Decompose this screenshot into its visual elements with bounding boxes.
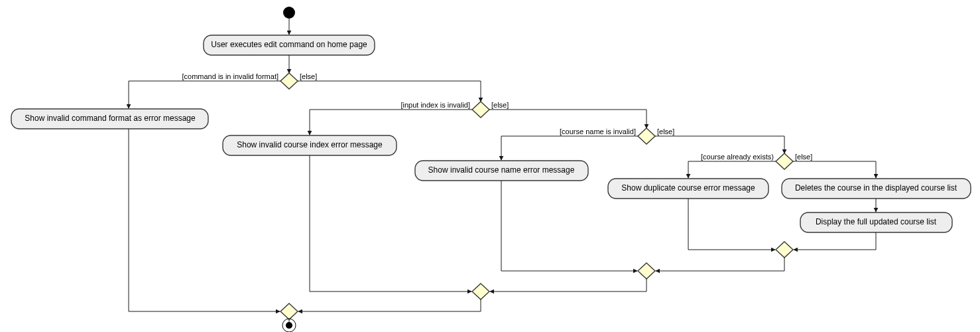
- merge-2: [472, 284, 489, 299]
- edge-d3-left: [501, 136, 638, 160]
- edge-dup-to-m4: [688, 199, 775, 250]
- decision-2: [472, 102, 489, 118]
- merge-4: [776, 242, 793, 258]
- edge-d2-left: [310, 110, 472, 135]
- decision-4: [776, 153, 793, 169]
- guard-d2-left: [input index is invalid]: [400, 101, 470, 109]
- edge-m2-to-m1: [298, 299, 481, 311]
- merge-3: [638, 263, 655, 279]
- guard-d3-right: [else]: [657, 127, 674, 135]
- action-delete-course-label: Deletes the course in the displayed cour…: [795, 183, 957, 193]
- decision-1: [280, 73, 298, 89]
- edge-disp-to-m4: [794, 232, 876, 250]
- edge-d2-right: [489, 110, 646, 128]
- action-display-list-label: Display the full updated course list: [816, 217, 937, 226]
- edge-d3-right: [655, 136, 784, 153]
- edge-d4-left: [688, 161, 776, 178]
- activity-diagram: User executes edit command on home page …: [0, 0, 980, 332]
- edge-m4-to-m3: [656, 258, 784, 271]
- initial-node: [283, 7, 295, 19]
- merge-1: [280, 303, 298, 319]
- action-start-label: User executes edit command on home page: [211, 40, 367, 49]
- guard-d1-left: [command is in invalid format]: [182, 72, 279, 80]
- final-node-inner: [286, 322, 292, 329]
- edge-d4-right: [793, 161, 876, 178]
- guard-d2-right: [else]: [491, 101, 509, 109]
- decision-3: [638, 128, 655, 144]
- action-invalid-format-label: Show invalid command format as error mes…: [25, 114, 196, 123]
- action-invalid-name-label: Show invalid course name error message: [428, 165, 575, 175]
- edge-invfmt-to-m1: [129, 129, 280, 311]
- edge-d1-right: [298, 81, 481, 102]
- guard-d4-right: [else]: [795, 153, 812, 161]
- action-duplicate-course-label: Show duplicate course error message: [621, 183, 755, 193]
- edge-m3-to-m2: [490, 279, 646, 291]
- action-invalid-index-label: Show invalid course index error message: [237, 140, 383, 149]
- edge-d1-left: [129, 81, 280, 108]
- guard-d1-right: [else]: [300, 72, 317, 80]
- guard-d3-left: [course name is invalid]: [560, 127, 636, 135]
- guard-d4-left: [course already exists): [701, 153, 774, 161]
